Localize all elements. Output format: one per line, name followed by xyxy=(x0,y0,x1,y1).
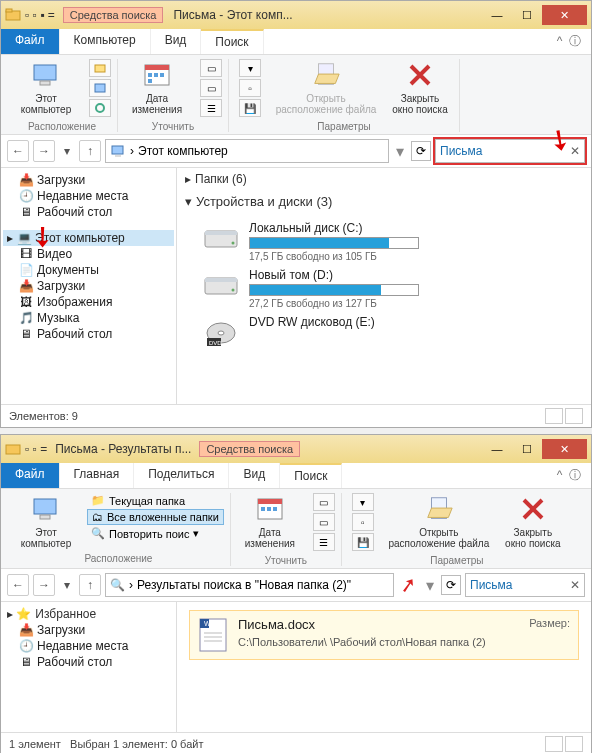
history-dropdown[interactable]: ▾ xyxy=(59,574,75,596)
tab-search[interactable]: Поиск xyxy=(201,29,263,54)
other-button[interactable]: ☰ xyxy=(200,99,222,117)
tree-video[interactable]: 🎞Видео xyxy=(3,246,174,262)
tree-desktop2[interactable]: 🖥Рабочий стол xyxy=(3,326,174,342)
tree-music[interactable]: 🎵Музыка xyxy=(3,310,174,326)
tree-recent[interactable]: 🕘Недавние места xyxy=(3,188,174,204)
tree-documents[interactable]: 📄Документы xyxy=(3,262,174,278)
tab-view[interactable]: Вид xyxy=(229,463,280,488)
history-dropdown[interactable]: ▾ xyxy=(59,140,75,162)
recent-search-button[interactable]: ▾ xyxy=(352,493,374,511)
tree-favorites[interactable]: ▸ ⭐ Избранное xyxy=(3,606,174,622)
breadcrumb[interactable]: Этот компьютер xyxy=(138,144,228,158)
folders-section[interactable]: ▸ Папки (6) xyxy=(177,168,591,190)
content-pane[interactable]: ▸ Папки (6) ▾ Устройства и диски (3) Лок… xyxy=(177,168,591,404)
computer-icon xyxy=(30,493,62,525)
tree-downloads[interactable]: 📥Загрузки xyxy=(3,172,174,188)
tree-downloads[interactable]: 📥Загрузки xyxy=(3,622,174,638)
drive-item[interactable]: Локальный диск (C:) 17,5 ГБ свободно из … xyxy=(201,221,583,262)
minimize-button[interactable]: — xyxy=(482,5,512,25)
maximize-button[interactable]: ☐ xyxy=(512,5,542,25)
search-tools-tab[interactable]: Средства поиска xyxy=(63,7,164,23)
tree-desktop[interactable]: 🖥Рабочий стол xyxy=(3,204,174,220)
refresh-button[interactable]: ⟳ xyxy=(441,575,461,595)
size-button[interactable]: ▭ xyxy=(200,79,222,97)
svg-rect-3 xyxy=(40,81,50,85)
address-bar[interactable]: › Этот компьютер xyxy=(105,139,389,163)
titlebar[interactable]: ▫ ▫ ▪ = Средства поиска Письма - Этот ко… xyxy=(1,1,591,29)
minimize-button[interactable]: — xyxy=(482,439,512,459)
up-button[interactable]: ↑ xyxy=(79,574,101,596)
loc-opt1[interactable] xyxy=(89,59,111,77)
forward-button[interactable]: → xyxy=(33,574,55,596)
search-input[interactable]: Письма ✕ xyxy=(465,573,585,597)
kind-button[interactable]: ▭ xyxy=(313,493,335,511)
view-large-button[interactable] xyxy=(565,736,583,752)
ribbon-collapse[interactable]: ^ ⓘ xyxy=(547,29,591,54)
capacity-bar xyxy=(249,284,419,296)
view-details-button[interactable] xyxy=(545,736,563,752)
search-again-option[interactable]: 🔍Повторить поис ▾ xyxy=(87,526,224,541)
tab-view[interactable]: Вид xyxy=(151,29,202,54)
all-subfolders-option[interactable]: 🗂Все вложенные папки xyxy=(87,509,224,525)
clear-search-icon[interactable]: ✕ xyxy=(570,144,580,158)
drive-item[interactable]: Новый том (D:) 27,2 ГБ свободно из 127 Г… xyxy=(201,268,583,309)
tab-share[interactable]: Поделиться xyxy=(134,463,229,488)
date-modified-button[interactable]: Дата изменения xyxy=(237,493,303,549)
loc-opt3[interactable] xyxy=(89,99,111,117)
tree-desktop[interactable]: 🖥Рабочий стол xyxy=(3,654,174,670)
adv-options-button[interactable]: ▫ xyxy=(239,79,261,97)
open-location-button[interactable]: Открыть расположение файла xyxy=(384,493,494,549)
location-thispc-button[interactable]: Этот компьютер xyxy=(13,59,79,115)
tree-pictures[interactable]: 🖼Изображения xyxy=(3,294,174,310)
close-search-button[interactable]: Закрыть окно поиска xyxy=(387,59,453,115)
tab-file[interactable]: Файл xyxy=(1,463,60,488)
result-path: C:\Пользователи\ \Рабочий стол\Новая пап… xyxy=(238,636,570,648)
tree-this-pc[interactable]: ▸ 💻Этот компьютер xyxy=(3,230,174,246)
nav-tree[interactable]: ▸ ⭐ Избранное 📥Загрузки 🕘Недавние места … xyxy=(1,602,177,732)
size-button[interactable]: ▭ xyxy=(313,513,335,531)
close-search-button[interactable]: Закрыть окно поиска xyxy=(500,493,566,549)
view-large-button[interactable] xyxy=(565,408,583,424)
search-input[interactable]: Письма ✕ xyxy=(435,139,585,163)
other-button[interactable]: ☰ xyxy=(313,533,335,551)
window-title: Письма - Этот комп... xyxy=(173,8,292,22)
back-button[interactable]: ← xyxy=(7,574,29,596)
forward-button[interactable]: → xyxy=(33,140,55,162)
kind-button[interactable]: ▭ xyxy=(200,59,222,77)
address-bar[interactable]: 🔍› Результаты поиска в "Новая папка (2)" xyxy=(105,573,394,597)
view-details-button[interactable] xyxy=(545,408,563,424)
ribbon-collapse[interactable]: ^ ⓘ xyxy=(547,463,591,488)
nav-tree[interactable]: 📥Загрузки 🕘Недавние места 🖥Рабочий стол … xyxy=(1,168,177,404)
tab-home[interactable]: Главная xyxy=(60,463,135,488)
recent-search-button[interactable]: ▾ xyxy=(239,59,261,77)
save-search-button[interactable]: 💾 xyxy=(239,99,261,117)
tab-search[interactable]: Поиск xyxy=(280,463,342,488)
loc-opt2[interactable] xyxy=(89,79,111,97)
content-pane[interactable]: W Письма.docx Размер: C:\Пользователи\ \… xyxy=(177,602,591,732)
save-search-button[interactable]: 💾 xyxy=(352,533,374,551)
clear-search-icon[interactable]: ✕ xyxy=(570,578,580,592)
current-folder-option[interactable]: 📁Текущая папка xyxy=(87,493,224,508)
titlebar[interactable]: ▫ ▫ = Письма - Результаты п... Средства … xyxy=(1,435,591,463)
devices-section[interactable]: ▾ Устройства и диски (3) xyxy=(177,190,591,213)
tree-downloads2[interactable]: 📥Загрузки xyxy=(3,278,174,294)
result-title: Письма.docx xyxy=(238,617,315,632)
search-tools-tab[interactable]: Средства поиска xyxy=(199,441,300,457)
tab-computer[interactable]: Компьютер xyxy=(60,29,151,54)
refresh-button[interactable]: ⟳ xyxy=(411,141,431,161)
address-dropdown[interactable]: ▾ xyxy=(423,576,437,595)
tab-file[interactable]: Файл xyxy=(1,29,60,54)
location-thispc-button[interactable]: Этот компьютер xyxy=(13,493,79,549)
adv-options-button[interactable]: ▫ xyxy=(352,513,374,531)
address-dropdown[interactable]: ▾ xyxy=(393,142,407,161)
search-result-item[interactable]: W Письма.docx Размер: C:\Пользователи\ \… xyxy=(189,610,579,660)
close-button[interactable]: ✕ xyxy=(542,439,587,459)
close-button[interactable]: ✕ xyxy=(542,5,587,25)
date-modified-button[interactable]: Дата изменения xyxy=(124,59,190,115)
drive-item[interactable]: DVD DVD RW дисковод (E:) xyxy=(201,315,583,349)
maximize-button[interactable]: ☐ xyxy=(512,439,542,459)
up-button[interactable]: ↑ xyxy=(79,140,101,162)
ribbon-tabs: Файл Компьютер Вид Поиск ^ ⓘ xyxy=(1,29,591,55)
tree-recent[interactable]: 🕘Недавние места xyxy=(3,638,174,654)
back-button[interactable]: ← xyxy=(7,140,29,162)
